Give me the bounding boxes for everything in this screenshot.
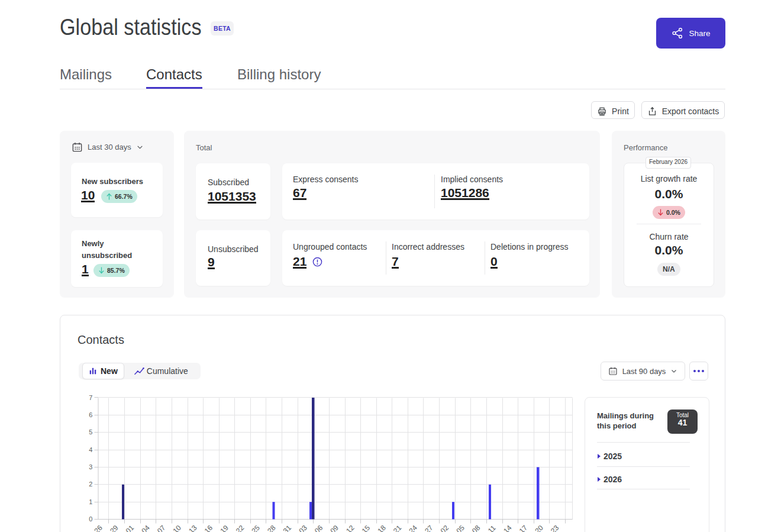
svg-text:16: 16 [203, 524, 215, 532]
svg-text:25: 25 [250, 524, 262, 532]
svg-text:21: 21 [392, 524, 404, 532]
svg-text:31: 31 [282, 524, 293, 532]
svg-text:18: 18 [376, 524, 388, 532]
svg-text:28: 28 [266, 524, 277, 532]
svg-text:09: 09 [329, 524, 341, 532]
svg-text:08: 08 [470, 524, 482, 532]
svg-text:20: 20 [533, 524, 545, 532]
svg-text:27: 27 [423, 524, 435, 532]
svg-text:17: 17 [518, 524, 530, 532]
svg-text:12: 12 [344, 524, 356, 532]
svg-text:19: 19 [218, 524, 230, 532]
svg-text:3: 3 [89, 463, 92, 470]
svg-text:1: 1 [89, 498, 92, 505]
svg-text:22: 22 [234, 524, 246, 532]
svg-text:23: 23 [549, 524, 561, 532]
svg-text:03: 03 [297, 524, 309, 532]
svg-text:07: 07 [156, 524, 167, 532]
svg-text:6: 6 [89, 411, 92, 418]
svg-text:13: 13 [187, 524, 199, 532]
svg-text:15: 15 [360, 524, 372, 532]
svg-text:10: 10 [172, 524, 183, 532]
svg-text:14: 14 [502, 524, 514, 532]
svg-text:01: 01 [124, 524, 136, 532]
svg-text:4: 4 [89, 446, 92, 453]
svg-text:2: 2 [89, 481, 92, 488]
svg-text:24: 24 [408, 524, 419, 532]
svg-text:7: 7 [89, 394, 92, 401]
svg-text:06: 06 [313, 524, 325, 532]
svg-text:05: 05 [454, 524, 466, 532]
svg-text:29: 29 [108, 524, 120, 532]
svg-text:02: 02 [439, 524, 451, 532]
svg-text:04: 04 [140, 524, 151, 532]
svg-text:26: 26 [93, 524, 105, 532]
svg-text:11: 11 [486, 524, 498, 532]
svg-text:0: 0 [89, 515, 92, 523]
svg-text:5: 5 [89, 428, 92, 436]
